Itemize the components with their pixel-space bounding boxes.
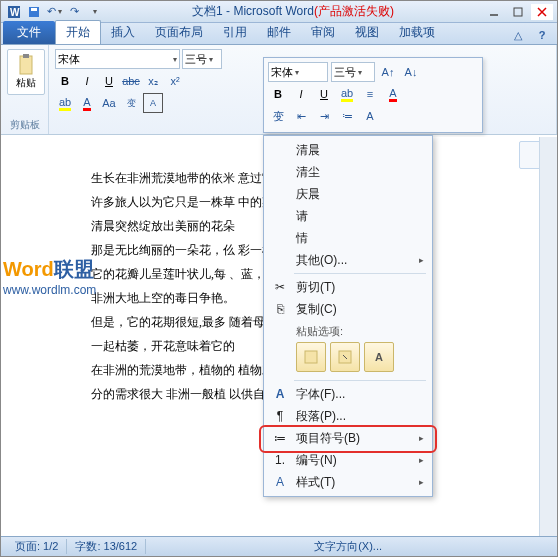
bold-button[interactable]: B [55,71,75,91]
window-title: 文档1 - Microsoft Word(产品激活失败) [103,3,483,20]
mini-align-center[interactable]: ≡ [360,84,380,104]
menu-styles[interactable]: A样式(T) [266,471,430,493]
clipboard-icon [16,54,36,76]
mini-phonetic[interactable]: 变 [268,106,288,126]
strike-button[interactable]: abc [121,71,141,91]
tab-insert[interactable]: 插入 [101,21,145,44]
menu-separator [294,273,426,274]
menu-bullets[interactable]: ≔项目符号(B) [266,427,430,449]
app-name: - Microsoft Word [223,4,314,18]
group-clipboard: 粘贴 剪贴板 [1,45,49,134]
mini-bullets[interactable]: ≔ [337,106,357,126]
font-dialog-icon: A [271,385,289,403]
ribbon-tabs: 文件 开始 插入 页面布局 引用 邮件 审阅 视图 加载项 △ ? [1,23,557,45]
copy-icon: ⎘ [271,300,289,318]
window-controls [483,4,553,20]
subscript-button[interactable]: x₂ [143,71,163,91]
status-text-direction[interactable]: 文字方向(X)... [306,539,390,554]
tab-view[interactable]: 视图 [345,21,389,44]
menu-copy[interactable]: ⎘复制(C) [266,298,430,320]
status-page[interactable]: 页面: 1/2 [7,539,67,554]
tab-mailings[interactable]: 邮件 [257,21,301,44]
svg-rect-3 [31,8,37,11]
superscript-button[interactable]: x² [165,71,185,91]
app-window: W ↶▾ ↷ ▾ 文档1 - Microsoft Word(产品激活失败) 文件… [0,0,558,557]
paste-merge-formatting[interactable] [330,342,360,372]
change-case-button[interactable]: Aa [99,93,119,113]
paragraph-icon: ¶ [271,407,289,425]
menu-cut[interactable]: ✂剪切(T) [266,276,430,298]
menu-font[interactable]: A字体(F)... [266,383,430,405]
mini-size-combo[interactable]: 三号▾ [331,62,375,82]
status-word-count[interactable]: 字数: 13/612 [67,539,146,554]
styles-icon: A [271,473,289,491]
scissors-icon: ✂ [271,278,289,296]
svg-rect-7 [305,351,317,363]
context-menu: 清晨 清尘 庆晨 请 情 其他(O)... ✂剪切(T) ⎘复制(C) 粘贴选项… [263,135,433,497]
help-icon[interactable]: ? [533,26,551,44]
highlight-color-button[interactable]: ab [55,93,75,113]
ime-candidate[interactable]: 情 [266,227,430,249]
paste-text-only[interactable]: A [364,342,394,372]
mini-style[interactable]: A [360,106,380,126]
tab-references[interactable]: 引用 [213,21,257,44]
menu-separator [294,380,426,381]
save-icon[interactable] [25,3,43,21]
char-border-button[interactable]: A [143,93,163,113]
paste-button[interactable]: 粘贴 [7,49,45,95]
mini-bold[interactable]: B [268,84,288,104]
grow-font-icon[interactable]: A↑ [378,62,398,82]
tab-home[interactable]: 开始 [55,20,101,44]
mini-indent-inc[interactable]: ⇥ [314,106,334,126]
mini-highlight[interactable]: ab [337,84,357,104]
vertical-scrollbar[interactable] [539,137,557,536]
svg-rect-5 [20,56,32,74]
status-bar: 页面: 1/2 字数: 13/612 文字方向(X)... [1,536,557,556]
clipboard-group-label: 剪贴板 [7,118,42,132]
font-size-combo[interactable]: 三号▾ [182,49,222,69]
tab-file[interactable]: 文件 [3,21,55,44]
mini-font-color[interactable]: A [383,84,403,104]
menu-paste-options: 粘贴选项: A [266,320,430,378]
numbering-icon: 1. [271,451,289,469]
ribbon-minimize-icon[interactable]: △ [509,26,527,44]
font-name-combo[interactable]: 宋体▾ [55,49,180,69]
close-button[interactable] [531,4,553,20]
phonetic-button[interactable]: 变 [121,93,141,113]
ime-candidate[interactable]: 清尘 [266,161,430,183]
word-app-icon[interactable]: W [5,3,23,21]
undo-icon[interactable]: ↶▾ [45,3,63,21]
doc-name: 文档1 [192,4,223,18]
svg-rect-6 [23,54,29,58]
mini-indent-dec[interactable]: ⇤ [291,106,311,126]
minimize-button[interactable] [483,4,505,20]
tab-layout[interactable]: 页面布局 [145,21,213,44]
shrink-font-icon[interactable]: A↓ [401,62,421,82]
svg-rect-4 [514,8,522,16]
bullets-icon: ≔ [271,429,289,447]
paste-options-header: 粘贴选项: [296,324,424,339]
redo-icon[interactable]: ↷ [65,3,83,21]
mini-toolbar: 宋体▾ 三号▾ A↑ A↓ B I U ab ≡ A 变 ⇤ ⇥ ≔ A [263,57,483,133]
mini-font-combo[interactable]: 宋体▾ [268,62,328,82]
menu-paragraph[interactable]: ¶段落(P)... [266,405,430,427]
font-color-button[interactable]: A [77,93,97,113]
menu-other[interactable]: 其他(O)... [266,249,430,271]
italic-button[interactable]: I [77,71,97,91]
maximize-button[interactable] [507,4,529,20]
quick-access-toolbar: W ↶▾ ↷ ▾ [5,3,103,21]
tab-addins[interactable]: 加载项 [389,21,445,44]
tab-review[interactable]: 审阅 [301,21,345,44]
ime-candidate[interactable]: 庆晨 [266,183,430,205]
mini-italic[interactable]: I [291,84,311,104]
ime-candidate[interactable]: 请 [266,205,430,227]
activation-warning: (产品激活失败) [314,4,394,18]
svg-text:W: W [10,7,20,18]
mini-underline[interactable]: U [314,84,334,104]
paste-label: 粘贴 [16,76,36,90]
paste-keep-formatting[interactable] [296,342,326,372]
qat-more-icon[interactable]: ▾ [85,3,103,21]
menu-numbering[interactable]: 1.编号(N) [266,449,430,471]
ime-candidate[interactable]: 清晨 [266,139,430,161]
underline-button[interactable]: U [99,71,119,91]
